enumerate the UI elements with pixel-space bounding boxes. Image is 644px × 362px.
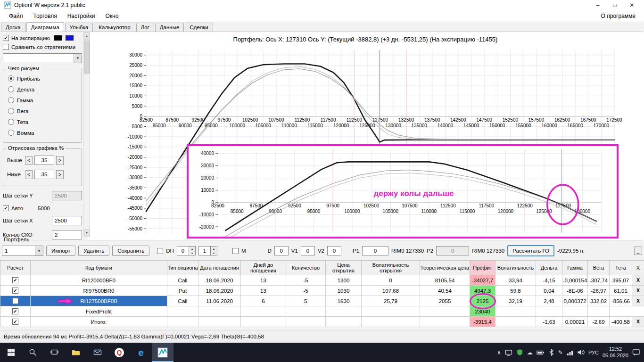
chevron-down-icon[interactable]: ▼ [74, 54, 82, 63]
row-check-cell[interactable]: ✓ [0, 306, 31, 317]
dh-checkbox[interactable] [157, 248, 163, 254]
maximize-button[interactable]: □ [606, 2, 623, 8]
cell-code[interactable]: RI97500BR0 [31, 286, 167, 296]
mail-button[interactable] [87, 343, 108, 362]
row-checkbox[interactable]: ✓ [12, 298, 18, 304]
radio-vega-button[interactable] [8, 108, 14, 114]
row-checkbox[interactable]: ✓ [12, 288, 18, 294]
chevron-down-icon[interactable]: ▼ [35, 246, 43, 255]
compare-row[interactable]: Сравнить со стратегиями [3, 44, 82, 50]
tab-calculator[interactable]: Калькулятор [94, 23, 135, 32]
volume-icon[interactable] [577, 349, 585, 355]
portfolio-select[interactable]: 1 ▼ [2, 246, 43, 256]
spin-up-icon[interactable]: ▴ [211, 247, 217, 251]
action-center-icon[interactable] [632, 349, 640, 356]
search-button[interactable] [22, 343, 43, 362]
table-row[interactable]: ✓ RI97500BR0 Put 18.06.2020 13 -5 1030 1… [0, 286, 644, 296]
auto-checkbox[interactable]: ✓ [3, 205, 9, 211]
v2-input[interactable]: 0 [327, 246, 341, 255]
radio-gamma[interactable]: Гамма [8, 97, 77, 103]
row-checkbox[interactable]: ✓ [12, 277, 18, 283]
on-expiry-checkbox[interactable]: ✓ [3, 35, 9, 41]
minimize-button[interactable]: – [589, 2, 606, 8]
strategy-combobox[interactable]: ▼ [3, 53, 82, 63]
row-checkbox[interactable]: ✓ [12, 319, 18, 325]
row-delete-button[interactable]: X [632, 296, 644, 306]
bluetooth-icon[interactable] [548, 349, 554, 356]
dh-spinner-a[interactable]: 0 ▴▾ [177, 246, 196, 255]
on-expiry-row[interactable]: ✓ На экспирацию [3, 35, 82, 41]
row-delete-button[interactable]: X [632, 317, 644, 327]
table-row-total[interactable]: ✓ Итого: -3915,4 -1,63 0,00021 -2,69 -40… [0, 317, 644, 327]
row-delete-button[interactable]: X [632, 286, 644, 296]
menu-file[interactable]: Файл [4, 11, 28, 21]
m-checkbox[interactable] [232, 248, 239, 254]
cell-code[interactable]: FixedProfit [31, 306, 167, 317]
row-check-cell[interactable]: ✓ [0, 286, 31, 296]
radio-delta-button[interactable] [8, 86, 14, 92]
row-check-cell[interactable]: ✓ [0, 317, 31, 327]
calc-margin-button[interactable]: Рассчитать ГО [507, 245, 554, 256]
below-value[interactable]: 35 [34, 170, 54, 179]
dh-spinner-b[interactable]: 1 ▴▾ [198, 246, 217, 255]
radio-vomma[interactable]: Вомма [8, 130, 77, 136]
sidebar-scrollbar[interactable]: ▲ ▼ [83, 32, 90, 237]
onedrive-cloud-icon[interactable]: ☁ [527, 349, 533, 356]
close-button[interactable]: ✕ [623, 2, 640, 8]
row-checkbox[interactable]: ✓ [12, 308, 18, 314]
below-increase-button[interactable]: > [56, 170, 64, 179]
edge-button[interactable]: e [130, 343, 152, 362]
delete-button[interactable]: Удалить [78, 246, 109, 256]
radio-vomma-button[interactable] [8, 130, 14, 136]
radio-delta[interactable]: Дельта [8, 86, 77, 92]
menu-trading[interactable]: Торговля [28, 11, 62, 21]
d-input[interactable]: 0 [274, 246, 289, 255]
tab-deals[interactable]: Сделки [185, 23, 213, 32]
save-button[interactable]: Сохранить [112, 246, 149, 256]
spin-down-icon[interactable]: ▾ [211, 251, 217, 255]
below-decrease-button[interactable]: < [25, 170, 33, 179]
table-row[interactable]: ✓ FixedProfit 23040 [0, 306, 644, 317]
radio-theta-button[interactable] [8, 119, 14, 125]
tab-board[interactable]: Доска [1, 23, 25, 32]
radio-profit[interactable]: Прибыль [8, 75, 77, 82]
menu-about[interactable]: О программе [596, 11, 640, 21]
optionfw-taskbar-button[interactable] [152, 343, 173, 362]
import-button[interactable]: Импорт [46, 246, 75, 256]
spin-up-icon[interactable]: ▴ [189, 247, 195, 251]
above-increase-button[interactable]: > [56, 156, 64, 165]
cell-code[interactable]: RI127500BF0B [31, 296, 167, 306]
scrollbar-track[interactable] [84, 40, 90, 229]
p2-input[interactable]: 0 [436, 246, 469, 255]
radio-gamma-button[interactable] [8, 97, 14, 103]
language-indicator[interactable]: РУС [588, 350, 599, 355]
radio-profit-button[interactable] [8, 75, 14, 82]
scroll-up-icon[interactable]: ▲ [84, 33, 90, 40]
row-check-cell[interactable]: ✓ [0, 275, 31, 286]
grid-y-input[interactable]: 2500 [52, 191, 82, 200]
menu-window[interactable]: Окно [100, 11, 124, 21]
radio-vega[interactable]: Вега [8, 108, 77, 114]
tab-log[interactable]: Лог [136, 23, 154, 32]
tab-smile[interactable]: Улыбка [65, 23, 93, 32]
pen-icon[interactable]: ✎ [558, 349, 563, 356]
table-row[interactable]: ✓ RI120000BF0 Call 18.06.2020 13 -5 1300… [0, 275, 644, 286]
antivirus-shield-icon[interactable] [516, 349, 523, 356]
display-icon[interactable] [505, 349, 512, 356]
grid-x-input[interactable]: 2500 [52, 216, 82, 225]
row-check-cell[interactable]: ✓ [0, 296, 31, 306]
network-signal-icon[interactable] [567, 350, 573, 355]
above-decrease-button[interactable]: < [25, 156, 33, 165]
menu-settings[interactable]: Настройки [62, 11, 100, 21]
cell-code[interactable]: RI120000BF0 [31, 275, 167, 286]
compare-checkbox[interactable] [3, 44, 9, 50]
tab-diagram[interactable]: Диаграмма [26, 22, 64, 32]
p1-input[interactable]: 0 [362, 246, 388, 255]
spin-down-icon[interactable]: ▾ [189, 251, 195, 255]
collapse-button[interactable]: _ [634, 247, 642, 255]
table-row-selected[interactable]: ✓ RI127500BF0B Call 11.06.2020 6 5 1630 … [0, 296, 644, 306]
sko-input[interactable]: 2 [52, 230, 82, 239]
battery-icon[interactable] [537, 350, 545, 355]
scrollbar-thumb[interactable] [84, 41, 90, 74]
radio-theta[interactable]: Тета [8, 119, 77, 125]
